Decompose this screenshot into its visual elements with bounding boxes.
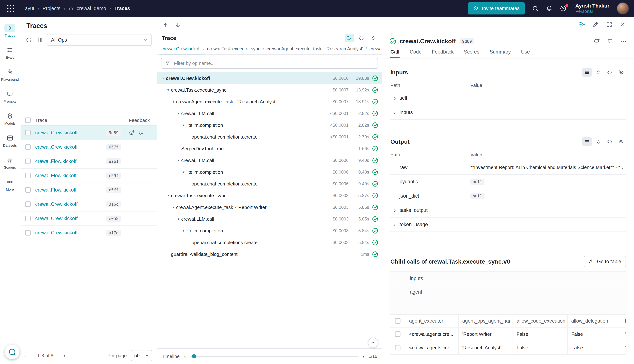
trace-link[interactable]: crewai.Crew.kickoff bbox=[35, 216, 78, 222]
prev-call-arrow-up-icon[interactable] bbox=[163, 22, 169, 28]
tree-row[interactable]: crewai.LLM.call $0.00035.85s bbox=[157, 213, 382, 225]
row-checkbox[interactable] bbox=[25, 130, 31, 136]
code-json-icon[interactable] bbox=[605, 137, 614, 146]
call-id-badge[interactable]: 9d89 bbox=[460, 38, 474, 44]
expandable-path[interactable]: › self bbox=[390, 91, 466, 105]
ops-filter-select[interactable]: All Ops bbox=[47, 34, 152, 46]
raw-output-value[interactable]: **Investment Report: AI in Chemical and … bbox=[470, 164, 626, 170]
tree-row[interactable]: openai.chat.completions.create $0.00069.… bbox=[157, 178, 382, 190]
tree-row[interactable]: litellm.completion <$0.00012.82s bbox=[157, 119, 382, 131]
caret-icon[interactable] bbox=[176, 158, 181, 162]
select-all-checkbox[interactable] bbox=[395, 318, 401, 324]
sidebar-item-traces[interactable]: Traces bbox=[0, 20, 20, 42]
tab-feedback[interactable]: Feedback bbox=[432, 49, 454, 58]
add-reaction-icon[interactable] bbox=[129, 130, 135, 136]
help-icon[interactable] bbox=[560, 5, 566, 12]
table-row[interactable]: crewai.Crew.kickoff 316c bbox=[21, 197, 157, 212]
caret-icon[interactable] bbox=[181, 170, 186, 174]
table-row[interactable]: crewai.Crew.kickoff 657f bbox=[21, 140, 157, 154]
sidebar-item-evals[interactable]: Evals bbox=[0, 42, 20, 64]
tree-row[interactable]: crewai.Agent.execute_task - 'Research An… bbox=[157, 96, 382, 108]
caret-icon[interactable] bbox=[171, 100, 176, 104]
breadcrumb-current[interactable]: Traces bbox=[114, 6, 130, 11]
timeline-next-chevron[interactable]: › bbox=[362, 353, 364, 360]
breadcrumb-project[interactable]: crewai_demo bbox=[77, 6, 106, 11]
table-row[interactable]: <crewai.agents.cre... 'Report Writer' Fa… bbox=[390, 328, 626, 341]
path-tab[interactable]: crewai.Agent.execute_task - 'Research An… bbox=[265, 44, 365, 54]
fullscreen-icon[interactable] bbox=[606, 21, 612, 28]
row-checkbox[interactable] bbox=[25, 158, 31, 164]
tab-code[interactable]: Code bbox=[410, 49, 422, 58]
caret-icon[interactable] bbox=[165, 194, 171, 198]
sidebar-item-playground[interactable]: Playground bbox=[0, 64, 20, 86]
overflow-menu-icon[interactable] bbox=[620, 38, 627, 44]
wandb-logo-icon[interactable] bbox=[5, 3, 16, 14]
tree-row[interactable]: crewai.Agent.execute_task - 'Report Writ… bbox=[157, 202, 382, 213]
add-reaction-icon[interactable] bbox=[594, 38, 600, 44]
tree-row[interactable]: crewai.LLM.call $0.00069.40s bbox=[157, 154, 382, 166]
tree-row[interactable]: crewai.Task.execute_sync $0.000713.92s bbox=[157, 84, 382, 96]
trace-link[interactable]: crewai.Flow.kickoff bbox=[35, 173, 77, 178]
tree-row[interactable]: litellm.completion $0.00035.84s bbox=[157, 225, 382, 236]
row-checkbox[interactable] bbox=[25, 144, 31, 150]
op-filter-input[interactable] bbox=[173, 60, 374, 66]
caret-icon[interactable] bbox=[181, 123, 186, 127]
table-row[interactable]: crewai.Crew.kickoff 9d89 bbox=[21, 126, 157, 140]
sidebar-item-datasets[interactable]: Datasets bbox=[0, 130, 20, 152]
comment-icon[interactable] bbox=[138, 130, 144, 136]
list-view-icon[interactable] bbox=[582, 137, 592, 146]
support-chat-button[interactable] bbox=[5, 344, 20, 359]
sidebar-item-models[interactable]: Models bbox=[0, 108, 20, 130]
expandable-path[interactable]: › inputs bbox=[390, 106, 466, 119]
table-row[interactable]: crewai.Flow.kickoff c59f bbox=[21, 168, 157, 183]
notifications-bell-icon[interactable] bbox=[546, 5, 552, 12]
avatar[interactable] bbox=[617, 2, 629, 14]
tree-view-toggle[interactable] bbox=[345, 34, 355, 42]
tree-row[interactable]: crewai.LLM.call <$0.00012.82s bbox=[157, 108, 382, 119]
code-json-icon[interactable] bbox=[605, 68, 614, 77]
show-trace-tree-icon[interactable] bbox=[579, 21, 585, 28]
table-row[interactable]: crewai.Flow.kickoff c5ff bbox=[21, 183, 157, 197]
row-checkbox[interactable] bbox=[25, 202, 31, 207]
path-tab[interactable]: crewai.LLM.cal bbox=[368, 44, 382, 54]
edit-pencil-icon[interactable] bbox=[592, 21, 599, 28]
tree-row[interactable]: guardrail-validate_blog_content 0ms bbox=[157, 248, 382, 260]
close-icon[interactable] bbox=[620, 21, 626, 28]
row-checkbox[interactable] bbox=[395, 345, 401, 350]
expand-rows-icon[interactable] bbox=[594, 68, 603, 77]
hide-values-eye-off-icon[interactable] bbox=[616, 137, 626, 146]
trace-link[interactable]: crewai.Crew.kickoff bbox=[35, 144, 78, 150]
table-row[interactable]: <crewai.agents.cre... 'Research Analyst'… bbox=[390, 341, 626, 355]
per-page-select[interactable]: 50 bbox=[131, 350, 152, 361]
caret-icon[interactable] bbox=[165, 88, 171, 92]
caret-icon[interactable] bbox=[171, 205, 176, 209]
caret-icon[interactable] bbox=[181, 229, 186, 233]
tab-use[interactable]: Use bbox=[521, 49, 530, 58]
tree-row[interactable]: crewai.Crew.kickoff $0.001019.83s bbox=[157, 72, 382, 84]
caret-icon[interactable] bbox=[160, 76, 166, 80]
row-checkbox[interactable] bbox=[25, 173, 31, 178]
breadcrumb-entity[interactable]: ayut bbox=[25, 6, 34, 11]
next-page-chevron[interactable]: › bbox=[64, 352, 66, 359]
code-view-toggle[interactable] bbox=[357, 34, 366, 42]
trace-link[interactable]: crewai.Flow.kickoff bbox=[35, 158, 77, 164]
path-tab[interactable]: crewai.Task.execute_sync bbox=[205, 44, 262, 54]
tree-row[interactable]: openai.chat.completions.create <$0.00012… bbox=[157, 131, 382, 143]
expandable-path[interactable]: › tasks_output bbox=[390, 203, 466, 217]
select-all-checkbox[interactable] bbox=[25, 118, 31, 123]
comment-icon[interactable] bbox=[607, 38, 613, 44]
sidebar-item-scorers[interactable]: Scorers bbox=[0, 152, 20, 174]
collapse-panel-button[interactable] bbox=[368, 338, 378, 348]
tab-summary[interactable]: Summary bbox=[490, 49, 511, 58]
trace-link[interactable]: crewai.Crew.kickoff bbox=[35, 202, 78, 207]
flame-view-toggle[interactable] bbox=[368, 34, 378, 42]
caret-icon[interactable] bbox=[176, 112, 181, 116]
sidebar-item-prompts[interactable]: Prompts bbox=[0, 86, 20, 108]
next-call-arrow-down-icon[interactable] bbox=[175, 22, 181, 28]
tab-scores[interactable]: Scores bbox=[464, 49, 479, 58]
tree-row[interactable]: openai.chat.completions.create $0.00035.… bbox=[157, 236, 382, 248]
go-to-table-button[interactable]: Go to table bbox=[584, 256, 626, 267]
trace-link[interactable]: crewai.Crew.kickoff bbox=[35, 230, 78, 236]
hide-values-eye-off-icon[interactable] bbox=[616, 68, 626, 77]
table-row[interactable]: crewai.Crew.kickoff e058 bbox=[21, 212, 157, 226]
